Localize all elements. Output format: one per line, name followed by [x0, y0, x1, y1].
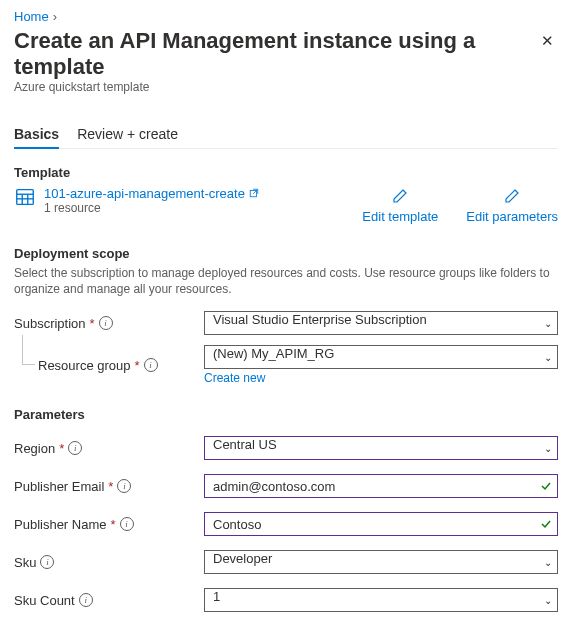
- info-icon[interactable]: i: [99, 316, 113, 330]
- resource-group-label: Resource group* i: [38, 358, 204, 373]
- info-icon[interactable]: i: [40, 555, 54, 569]
- template-link[interactable]: 101-azure-api-management-create: [44, 186, 259, 201]
- resource-group-select[interactable]: (New) My_APIM_RG: [204, 345, 558, 369]
- info-icon[interactable]: i: [68, 441, 82, 455]
- region-label: Region* i: [14, 441, 204, 456]
- deployment-scope-description: Select the subscription to manage deploy…: [14, 265, 558, 297]
- edit-template-button[interactable]: Edit template: [362, 188, 438, 224]
- info-icon[interactable]: i: [117, 479, 131, 493]
- sku-select[interactable]: Developer: [204, 550, 558, 574]
- create-new-link[interactable]: Create new: [204, 371, 265, 385]
- external-link-icon: [249, 186, 259, 201]
- breadcrumb: Home ›: [14, 6, 558, 26]
- breadcrumb-home[interactable]: Home: [14, 9, 49, 24]
- subscription-select[interactable]: Visual Studio Enterprise Subscription: [204, 311, 558, 335]
- info-icon[interactable]: i: [144, 358, 158, 372]
- tab-review-create[interactable]: Review + create: [77, 122, 178, 148]
- page-subtitle: Azure quickstart template: [14, 80, 558, 94]
- info-icon[interactable]: i: [120, 517, 134, 531]
- tabs: Basics Review + create: [14, 122, 558, 149]
- subscription-label: Subscription* i: [14, 316, 204, 331]
- sku-label: Sku i: [14, 555, 204, 570]
- close-icon[interactable]: ✕: [537, 28, 558, 54]
- chevron-right-icon: ›: [53, 9, 57, 24]
- region-select[interactable]: Central US: [204, 436, 558, 460]
- page-title: Create an API Management instance using …: [14, 28, 537, 80]
- section-template: Template: [14, 165, 558, 180]
- svg-line-6: [253, 189, 258, 194]
- pencil-icon: [392, 188, 408, 207]
- sku-count-label: Sku Count i: [14, 593, 204, 608]
- pencil-icon: [504, 188, 520, 207]
- publisher-name-field[interactable]: [204, 512, 558, 536]
- publisher-email-field[interactable]: [204, 474, 558, 498]
- section-parameters: Parameters: [14, 407, 558, 422]
- publisher-name-label: Publisher Name* i: [14, 517, 204, 532]
- template-resource-count: 1 resource: [44, 201, 259, 215]
- tab-basics[interactable]: Basics: [14, 122, 59, 148]
- sku-count-select[interactable]: 1: [204, 588, 558, 612]
- publisher-email-label: Publisher Email* i: [14, 479, 204, 494]
- info-icon[interactable]: i: [79, 593, 93, 607]
- template-icon: [14, 186, 36, 208]
- edit-parameters-button[interactable]: Edit parameters: [466, 188, 558, 224]
- section-deployment-scope: Deployment scope: [14, 246, 558, 261]
- svg-rect-0: [17, 190, 34, 205]
